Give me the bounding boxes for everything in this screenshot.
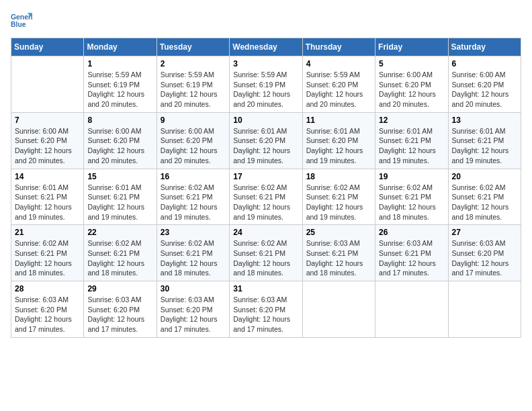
calendar-header-row: SundayMondayTuesdayWednesdayThursdayFrid…: [11, 38, 521, 56]
calendar-week-row: 21Sunrise: 6:02 AMSunset: 6:21 PMDayligh…: [11, 225, 521, 281]
day-number: 10: [233, 116, 298, 125]
calendar-cell: 7Sunrise: 6:00 AMSunset: 6:20 PMDaylight…: [11, 112, 84, 169]
day-info: Sunrise: 6:03 AMSunset: 6:20 PMDaylight:…: [87, 295, 152, 334]
day-info: Sunrise: 5:59 AMSunset: 6:19 PMDaylight:…: [233, 70, 298, 109]
calendar-cell: 14Sunrise: 6:01 AMSunset: 6:21 PMDayligh…: [11, 169, 84, 225]
day-info: Sunrise: 6:02 AMSunset: 6:21 PMDaylight:…: [15, 238, 80, 278]
calendar-cell: 22Sunrise: 6:02 AMSunset: 6:21 PMDayligh…: [84, 225, 157, 281]
day-info: Sunrise: 6:02 AMSunset: 6:21 PMDaylight:…: [452, 183, 517, 222]
day-info: Sunrise: 6:02 AMSunset: 6:21 PMDaylight:…: [233, 183, 298, 222]
day-number: 27: [452, 228, 517, 237]
calendar-cell: 13Sunrise: 6:01 AMSunset: 6:21 PMDayligh…: [448, 112, 521, 169]
day-number: 1: [87, 59, 152, 68]
calendar-cell: 6Sunrise: 6:00 AMSunset: 6:20 PMDaylight…: [448, 56, 521, 113]
col-header-saturday: Saturday: [448, 38, 521, 56]
logo-icon: General Blue: [11, 11, 32, 32]
calendar-cell: 9Sunrise: 6:00 AMSunset: 6:20 PMDaylight…: [157, 112, 229, 169]
calendar-cell: 25Sunrise: 6:03 AMSunset: 6:21 PMDayligh…: [302, 225, 375, 281]
day-number: 28: [15, 284, 80, 293]
day-info: Sunrise: 6:00 AMSunset: 6:20 PMDaylight:…: [452, 70, 517, 109]
calendar-cell: 4Sunrise: 5:59 AMSunset: 6:20 PMDaylight…: [302, 56, 375, 113]
svg-text:Blue: Blue: [11, 21, 26, 28]
calendar-week-row: 14Sunrise: 6:01 AMSunset: 6:21 PMDayligh…: [11, 169, 521, 225]
day-info: Sunrise: 6:03 AMSunset: 6:20 PMDaylight:…: [233, 295, 298, 334]
day-info: Sunrise: 6:03 AMSunset: 6:21 PMDaylight:…: [379, 238, 444, 278]
day-info: Sunrise: 6:01 AMSunset: 6:21 PMDaylight:…: [452, 126, 517, 166]
day-number: 8: [87, 116, 152, 125]
calendar-cell: 10Sunrise: 6:01 AMSunset: 6:20 PMDayligh…: [230, 112, 302, 169]
day-info: Sunrise: 6:02 AMSunset: 6:21 PMDaylight:…: [161, 238, 226, 278]
calendar-cell: 18Sunrise: 6:02 AMSunset: 6:21 PMDayligh…: [302, 169, 375, 225]
calendar-cell: 24Sunrise: 6:02 AMSunset: 6:21 PMDayligh…: [230, 225, 302, 281]
calendar-cell: 28Sunrise: 6:03 AMSunset: 6:20 PMDayligh…: [11, 281, 84, 338]
col-header-thursday: Thursday: [302, 38, 375, 56]
calendar-cell: 16Sunrise: 6:02 AMSunset: 6:21 PMDayligh…: [157, 169, 229, 225]
day-number: 11: [306, 116, 371, 125]
day-info: Sunrise: 5:59 AMSunset: 6:19 PMDaylight:…: [161, 70, 226, 109]
calendar-cell: 2Sunrise: 5:59 AMSunset: 6:19 PMDaylight…: [157, 56, 229, 113]
day-info: Sunrise: 6:03 AMSunset: 6:20 PMDaylight:…: [161, 295, 226, 334]
day-number: 12: [379, 116, 444, 125]
col-header-sunday: Sunday: [11, 38, 84, 56]
day-info: Sunrise: 6:02 AMSunset: 6:21 PMDaylight:…: [161, 183, 226, 222]
calendar-cell: 20Sunrise: 6:02 AMSunset: 6:21 PMDayligh…: [448, 169, 521, 225]
day-info: Sunrise: 6:03 AMSunset: 6:20 PMDaylight:…: [15, 295, 80, 334]
day-number: 25: [306, 228, 371, 237]
day-info: Sunrise: 6:01 AMSunset: 6:20 PMDaylight:…: [306, 126, 371, 166]
day-info: Sunrise: 6:01 AMSunset: 6:21 PMDaylight:…: [15, 183, 80, 222]
day-info: Sunrise: 6:02 AMSunset: 6:21 PMDaylight:…: [379, 183, 444, 222]
day-number: 6: [452, 59, 517, 68]
day-number: 30: [161, 284, 226, 293]
day-number: 7: [15, 116, 80, 125]
day-number: 24: [233, 228, 298, 237]
calendar-cell: 3Sunrise: 5:59 AMSunset: 6:19 PMDaylight…: [230, 56, 302, 113]
calendar-cell: 15Sunrise: 6:01 AMSunset: 6:21 PMDayligh…: [84, 169, 157, 225]
calendar-cell: 27Sunrise: 6:03 AMSunset: 6:20 PMDayligh…: [448, 225, 521, 281]
calendar-week-row: 7Sunrise: 6:00 AMSunset: 6:20 PMDaylight…: [11, 112, 521, 169]
calendar-cell: [448, 281, 521, 338]
day-number: 17: [233, 172, 298, 181]
calendar-cell: 26Sunrise: 6:03 AMSunset: 6:21 PMDayligh…: [375, 225, 448, 281]
calendar-cell: 31Sunrise: 6:03 AMSunset: 6:20 PMDayligh…: [230, 281, 302, 338]
calendar-cell: 11Sunrise: 6:01 AMSunset: 6:20 PMDayligh…: [302, 112, 375, 169]
day-info: Sunrise: 6:02 AMSunset: 6:21 PMDaylight:…: [306, 183, 371, 222]
day-number: 29: [87, 284, 152, 293]
calendar-cell: 17Sunrise: 6:02 AMSunset: 6:21 PMDayligh…: [230, 169, 302, 225]
day-number: 5: [379, 59, 444, 68]
calendar-cell: 12Sunrise: 6:01 AMSunset: 6:21 PMDayligh…: [375, 112, 448, 169]
day-info: Sunrise: 6:03 AMSunset: 6:21 PMDaylight:…: [306, 238, 371, 278]
calendar-cell: [11, 56, 84, 113]
day-info: Sunrise: 6:01 AMSunset: 6:21 PMDaylight:…: [379, 126, 444, 166]
calendar-cell: 21Sunrise: 6:02 AMSunset: 6:21 PMDayligh…: [11, 225, 84, 281]
day-info: Sunrise: 6:02 AMSunset: 6:21 PMDaylight:…: [87, 238, 152, 278]
calendar-cell: 23Sunrise: 6:02 AMSunset: 6:21 PMDayligh…: [157, 225, 229, 281]
col-header-monday: Monday: [84, 38, 157, 56]
day-info: Sunrise: 6:00 AMSunset: 6:20 PMDaylight:…: [161, 126, 226, 166]
day-number: 15: [87, 172, 152, 181]
day-number: 20: [452, 172, 517, 181]
day-number: 9: [161, 116, 226, 125]
calendar-cell: 5Sunrise: 6:00 AMSunset: 6:20 PMDaylight…: [375, 56, 448, 113]
day-number: 4: [306, 59, 371, 68]
calendar-cell: 1Sunrise: 5:59 AMSunset: 6:19 PMDaylight…: [84, 56, 157, 113]
day-number: 19: [379, 172, 444, 181]
day-number: 22: [87, 228, 152, 237]
calendar-cell: 29Sunrise: 6:03 AMSunset: 6:20 PMDayligh…: [84, 281, 157, 338]
calendar-cell: 30Sunrise: 6:03 AMSunset: 6:20 PMDayligh…: [157, 281, 229, 338]
col-header-wednesday: Wednesday: [230, 38, 302, 56]
day-info: Sunrise: 5:59 AMSunset: 6:19 PMDaylight:…: [87, 70, 152, 109]
logo: General Blue: [11, 11, 32, 32]
day-info: Sunrise: 6:03 AMSunset: 6:20 PMDaylight:…: [452, 238, 517, 278]
page-header: General Blue: [11, 11, 521, 32]
day-number: 21: [15, 228, 80, 237]
calendar-week-row: 28Sunrise: 6:03 AMSunset: 6:20 PMDayligh…: [11, 281, 521, 338]
calendar-table: SundayMondayTuesdayWednesdayThursdayFrid…: [11, 38, 521, 338]
calendar-cell: 8Sunrise: 6:00 AMSunset: 6:20 PMDaylight…: [84, 112, 157, 169]
day-number: 18: [306, 172, 371, 181]
calendar-cell: [375, 281, 448, 338]
day-info: Sunrise: 6:01 AMSunset: 6:20 PMDaylight:…: [233, 126, 298, 166]
day-info: Sunrise: 6:00 AMSunset: 6:20 PMDaylight:…: [379, 70, 444, 109]
day-number: 13: [452, 116, 517, 125]
day-info: Sunrise: 5:59 AMSunset: 6:20 PMDaylight:…: [306, 70, 371, 109]
calendar-cell: [302, 281, 375, 338]
